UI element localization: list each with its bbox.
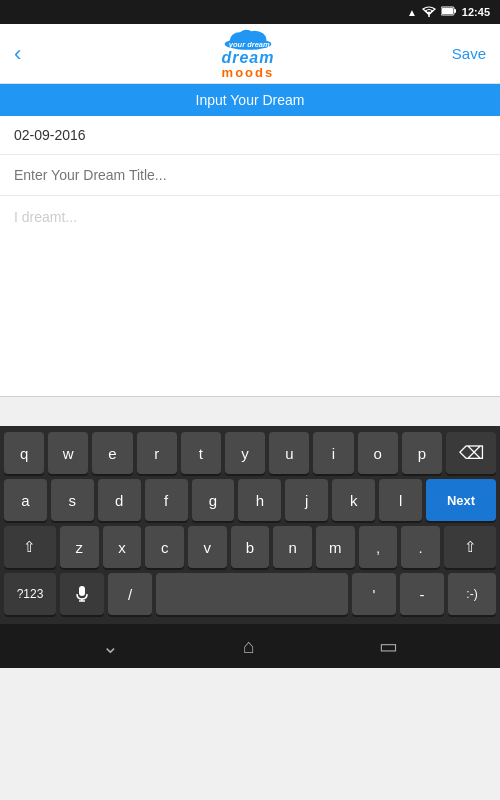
content-area: 02-09-2016 I dreamt... [0,116,500,396]
logo-moods-text: moods [222,66,275,79]
svg-rect-3 [442,8,453,14]
keyboard-row-4: ?123 / ' - :-) [4,573,496,615]
page-title: Input Your Dream [196,92,305,108]
bottom-nav: ⌄ ⌂ ▭ [0,624,500,668]
shift-right-key[interactable]: ⇧ [444,526,496,568]
back-button[interactable]: ‹ [14,41,44,67]
svg-rect-2 [454,9,456,13]
nav-bar: ‹ your dream dream moods Save [0,24,500,84]
keyboard-row-1: q w e r t y u i o p ⌫ [4,432,496,474]
keyboard-row-2: a s d f g h j k l Next [4,479,496,521]
save-button[interactable]: Save [452,45,486,62]
key-numbers[interactable]: ?123 [4,573,56,615]
key-a[interactable]: a [4,479,47,521]
key-o[interactable]: o [358,432,398,474]
keyboard-row-3: ⇧ z x c v b n m , . ⇧ [4,526,496,568]
key-apostrophe[interactable]: ' [352,573,396,615]
key-r[interactable]: r [137,432,177,474]
key-u[interactable]: u [269,432,309,474]
key-slash[interactable]: / [108,573,152,615]
key-d[interactable]: d [98,479,141,521]
dream-text-area[interactable]: I dreamt... [0,196,500,396]
svg-rect-9 [79,586,85,596]
backspace-key[interactable]: ⌫ [446,432,496,474]
key-p[interactable]: p [402,432,442,474]
key-b[interactable]: b [231,526,270,568]
shift-left-key[interactable]: ⇧ [4,526,56,568]
title-input-row[interactable] [0,155,500,196]
date-row: 02-09-2016 [0,116,500,155]
key-period[interactable]: . [401,526,440,568]
key-x[interactable]: x [103,526,142,568]
spacer [0,396,500,426]
key-comma[interactable]: , [359,526,398,568]
key-h[interactable]: h [238,479,281,521]
key-f[interactable]: f [145,479,188,521]
key-z[interactable]: z [60,526,99,568]
nav-back-icon[interactable]: ⌄ [102,634,119,658]
key-q[interactable]: q [4,432,44,474]
key-t[interactable]: t [181,432,221,474]
key-g[interactable]: g [192,479,235,521]
logo: your dream dream moods [221,28,274,79]
status-icons: ▲ 12:45 [407,6,490,19]
key-j[interactable]: j [285,479,328,521]
key-s[interactable]: s [51,479,94,521]
dream-placeholder: I dreamt... [14,209,77,225]
key-k[interactable]: k [332,479,375,521]
key-l[interactable]: l [379,479,422,521]
battery-icon [441,6,457,18]
key-y[interactable]: y [225,432,265,474]
key-smiley[interactable]: :-) [448,573,496,615]
title-bar: Input Your Dream [0,84,500,116]
nav-home-icon[interactable]: ⌂ [243,635,255,658]
svg-text:your dream: your dream [228,40,270,49]
key-n[interactable]: n [273,526,312,568]
wifi-icon [422,6,436,19]
key-i[interactable]: i [313,432,353,474]
key-c[interactable]: c [145,526,184,568]
key-m[interactable]: m [316,526,355,568]
key-e[interactable]: e [92,432,132,474]
date-display: 02-09-2016 [14,127,86,143]
logo-cloud-icon: your dream [223,28,273,50]
spacebar-key[interactable] [156,573,348,615]
key-dash[interactable]: - [400,573,444,615]
key-w[interactable]: w [48,432,88,474]
nav-recent-icon[interactable]: ▭ [379,634,398,658]
key-v[interactable]: v [188,526,227,568]
status-bar: ▲ 12:45 [0,0,500,24]
keyboard: q w e r t y u i o p ⌫ a s d f g h j k l … [0,426,500,624]
logo-dream-text: dream [221,50,274,66]
signal-icon: ▲ [407,7,417,18]
key-mic[interactable] [60,573,104,615]
next-key[interactable]: Next [426,479,496,521]
status-time: 12:45 [462,6,490,18]
dream-title-input[interactable] [14,155,486,195]
svg-point-0 [428,15,430,17]
